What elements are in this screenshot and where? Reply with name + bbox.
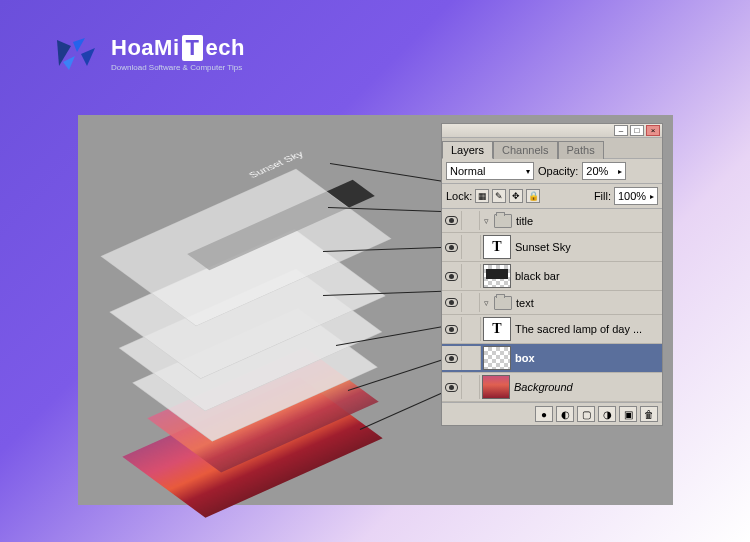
lock-pixels-button[interactable]: ✎	[492, 189, 506, 203]
lock-position-button[interactable]: ✥	[509, 189, 523, 203]
opacity-input[interactable]: 20% ▸	[582, 162, 626, 180]
logo-mark-icon	[55, 36, 105, 72]
link-slot[interactable]	[462, 346, 481, 370]
layer-sacred-lamp[interactable]: T The sacred lamp of day ...	[442, 315, 662, 344]
disclosure-triangle-icon[interactable]: ▿	[480, 216, 492, 226]
eye-icon	[445, 325, 458, 334]
visibility-toggle[interactable]	[442, 375, 462, 399]
fill-input[interactable]: 100% ▸	[614, 187, 658, 205]
layer-thumbnail	[482, 375, 510, 399]
lock-transparency-button[interactable]: ▦	[475, 189, 489, 203]
tab-layers[interactable]: Layers	[442, 141, 493, 159]
chevron-down-icon: ▾	[526, 167, 530, 176]
fill-label: Fill:	[594, 190, 611, 202]
site-logo: HoaMiTech Download Software & Computer T…	[55, 35, 245, 72]
layer-sunset-sky[interactable]: T Sunset Sky	[442, 233, 662, 262]
minimize-button[interactable]: –	[614, 125, 628, 136]
layer-group-text[interactable]: ▿ text	[442, 291, 662, 315]
opacity-label: Opacity:	[538, 165, 578, 177]
link-slot[interactable]	[462, 211, 480, 230]
disclosure-triangle-icon[interactable]: ▿	[480, 298, 492, 308]
eye-icon	[445, 243, 458, 252]
eye-icon	[445, 383, 458, 392]
logo-tagline: Download Software & Computer Tips	[111, 63, 245, 72]
logo-text: HoaMiTech	[111, 35, 245, 61]
tab-channels[interactable]: Channels	[493, 141, 557, 159]
eye-icon	[445, 298, 458, 307]
layer-group-title[interactable]: ▿ title	[442, 209, 662, 233]
new-layer-button[interactable]: ▣	[619, 406, 637, 422]
adjustment-layer-button[interactable]: ◑	[598, 406, 616, 422]
layer-label: title	[516, 215, 662, 227]
lock-all-button[interactable]: 🔒	[526, 189, 540, 203]
svg-marker-1	[73, 38, 85, 52]
layer-thumbnail	[483, 346, 511, 370]
lock-label: Lock:	[446, 190, 472, 202]
link-slot[interactable]	[462, 264, 481, 288]
folder-icon	[494, 214, 512, 228]
layer-label: text	[516, 297, 662, 309]
panel-titlebar: – □ ×	[442, 124, 662, 138]
visibility-toggle[interactable]	[442, 293, 462, 312]
layers-panel: – □ × Layers Channels Paths Normal ▾ Opa…	[441, 123, 663, 426]
tab-paths[interactable]: Paths	[558, 141, 604, 159]
link-slot[interactable]	[462, 235, 481, 259]
visibility-toggle[interactable]	[442, 211, 462, 230]
layer-label: Sunset Sky	[515, 241, 662, 253]
layer-black-bar[interactable]: black bar	[442, 262, 662, 291]
lock-fill-row: Lock: ▦ ✎ ✥ 🔒 Fill: 100% ▸	[442, 184, 662, 209]
panel-tabs: Layers Channels Paths	[442, 138, 662, 159]
maximize-button[interactable]: □	[630, 125, 644, 136]
visibility-toggle[interactable]	[442, 264, 462, 288]
layer-label: The sacred lamp of day ...	[515, 323, 662, 335]
layer-style-button[interactable]: ●	[535, 406, 553, 422]
text-layer-thumb: T	[483, 317, 511, 341]
layers-list: ▿ title T Sunset Sky black bar ▿	[442, 209, 662, 402]
blend-mode-select[interactable]: Normal ▾	[446, 162, 534, 180]
chevron-right-icon: ▸	[618, 167, 622, 176]
svg-marker-2	[81, 48, 95, 66]
layer-label: black bar	[515, 270, 662, 282]
folder-icon	[494, 296, 512, 310]
eye-icon	[445, 216, 458, 225]
chevron-right-icon: ▸	[650, 192, 654, 201]
visibility-toggle[interactable]	[442, 235, 462, 259]
layer-mask-button[interactable]: ◐	[556, 406, 574, 422]
panel-footer: ● ◐ ▢ ◑ ▣ 🗑	[442, 402, 662, 425]
svg-marker-3	[63, 56, 75, 70]
link-slot[interactable]	[462, 293, 480, 312]
new-group-button[interactable]: ▢	[577, 406, 595, 422]
blend-opacity-row: Normal ▾ Opacity: 20% ▸	[442, 159, 662, 184]
eye-icon	[445, 272, 458, 281]
eye-icon	[445, 354, 458, 363]
visibility-toggle[interactable]	[442, 317, 462, 341]
link-slot[interactable]	[462, 375, 480, 399]
text-layer-thumb: T	[483, 235, 511, 259]
link-slot[interactable]	[462, 317, 481, 341]
visibility-toggle[interactable]	[442, 346, 462, 370]
delete-layer-button[interactable]: 🗑	[640, 406, 658, 422]
screenshot-container: Sunset Sky – □ × Layers Channels Paths N…	[78, 115, 673, 505]
layer-label: box	[515, 352, 662, 364]
layer-box[interactable]: box	[442, 344, 662, 373]
layer-label: Background	[514, 381, 662, 393]
layer-thumbnail	[483, 264, 511, 288]
close-button[interactable]: ×	[646, 125, 660, 136]
layer-background[interactable]: Background	[442, 373, 662, 402]
